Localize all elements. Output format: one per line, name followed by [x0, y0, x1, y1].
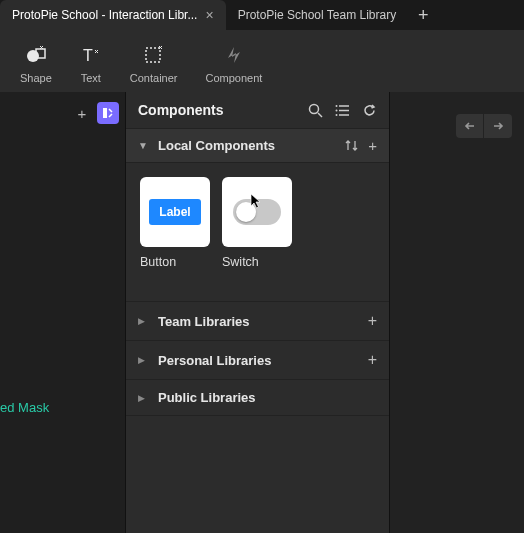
- team-libraries-row[interactable]: ▶ Team Libraries +: [126, 301, 389, 340]
- canvas-area[interactable]: [390, 92, 524, 533]
- components-panel: Components ▼ Local Components +: [125, 92, 390, 533]
- nav-back-button[interactable]: [456, 114, 484, 138]
- component-label: Component: [206, 72, 263, 84]
- left-gutter: + ed Mask: [0, 92, 125, 533]
- panel-header: Components: [126, 92, 389, 128]
- add-team-library-button[interactable]: +: [368, 312, 377, 330]
- nav-forward-button[interactable]: [484, 114, 512, 138]
- refresh-icon[interactable]: [362, 103, 377, 118]
- button-name: Button: [140, 255, 210, 269]
- component-tool[interactable]: Component: [206, 44, 263, 84]
- close-icon[interactable]: ×: [205, 7, 213, 23]
- chevron-down-icon: ▼: [138, 140, 152, 151]
- svg-point-10: [336, 105, 338, 107]
- sort-icon[interactable]: [345, 139, 358, 152]
- personal-libraries-label: Personal Libraries: [158, 353, 271, 368]
- add-layer-button[interactable]: +: [73, 104, 91, 122]
- team-libraries-label: Team Libraries: [158, 314, 250, 329]
- component-item-switch[interactable]: Switch: [222, 177, 292, 269]
- button-chip: Label: [149, 199, 200, 225]
- button-thumbnail: Label: [140, 177, 210, 247]
- svg-line-6: [318, 113, 322, 117]
- components-chip-icon: [101, 106, 115, 120]
- shape-label: Shape: [20, 72, 52, 84]
- svg-point-5: [310, 104, 319, 113]
- svg-text:T: T: [83, 47, 93, 64]
- personal-libraries-row[interactable]: ▶ Personal Libraries +: [126, 340, 389, 379]
- panel-title: Components: [138, 102, 224, 118]
- tab-bar: ProtoPie School - Interaction Libr... × …: [0, 0, 524, 30]
- add-personal-library-button[interactable]: +: [368, 351, 377, 369]
- container-tool[interactable]: Container: [130, 44, 178, 84]
- chevron-right-icon: ▶: [138, 355, 152, 365]
- add-tab-button[interactable]: +: [408, 0, 438, 30]
- chevron-right-icon: ▶: [138, 393, 152, 403]
- tab-active-label: ProtoPie School - Interaction Libr...: [12, 8, 197, 22]
- add-component-button[interactable]: +: [368, 137, 377, 154]
- toolbar: Shape T Text Container Component: [0, 30, 524, 92]
- shape-tool[interactable]: Shape: [20, 44, 52, 84]
- public-libraries-label: Public Libraries: [158, 390, 256, 405]
- chevron-right-icon: ▶: [138, 316, 152, 326]
- list-view-icon[interactable]: [335, 103, 350, 118]
- text-label: Text: [81, 72, 101, 84]
- component-grid: Label Button Switch: [126, 163, 389, 275]
- container-label: Container: [130, 72, 178, 84]
- svg-rect-3: [146, 48, 160, 62]
- component-item-button[interactable]: Label Button: [140, 177, 210, 269]
- text-icon: T: [80, 44, 102, 66]
- public-libraries-row[interactable]: ▶ Public Libraries: [126, 379, 389, 416]
- nav-arrows: [456, 114, 512, 138]
- components-toggle-button[interactable]: [97, 102, 119, 124]
- component-icon: [223, 44, 245, 66]
- switch-thumbnail: [222, 177, 292, 247]
- text-tool[interactable]: T Text: [80, 44, 102, 84]
- arrow-right-icon: [492, 120, 504, 132]
- switch-name: Switch: [222, 255, 292, 269]
- container-icon: [143, 44, 165, 66]
- main-area: + ed Mask Components ▼: [0, 92, 524, 533]
- search-icon[interactable]: [308, 103, 323, 118]
- arrow-left-icon: [464, 120, 476, 132]
- local-components-label: Local Components: [158, 138, 275, 153]
- mask-layer-label[interactable]: ed Mask: [0, 400, 49, 415]
- local-components-section[interactable]: ▼ Local Components +: [126, 128, 389, 163]
- shape-icon: [25, 44, 47, 66]
- svg-point-11: [336, 109, 338, 111]
- svg-point-0: [27, 50, 39, 62]
- cursor-icon: [250, 193, 262, 209]
- svg-point-12: [336, 114, 338, 116]
- tab-active[interactable]: ProtoPie School - Interaction Libr... ×: [0, 0, 226, 30]
- tab-inactive-label: ProtoPie School Team Library: [238, 8, 397, 22]
- tab-inactive[interactable]: ProtoPie School Team Library: [226, 0, 409, 30]
- svg-rect-4: [103, 108, 107, 118]
